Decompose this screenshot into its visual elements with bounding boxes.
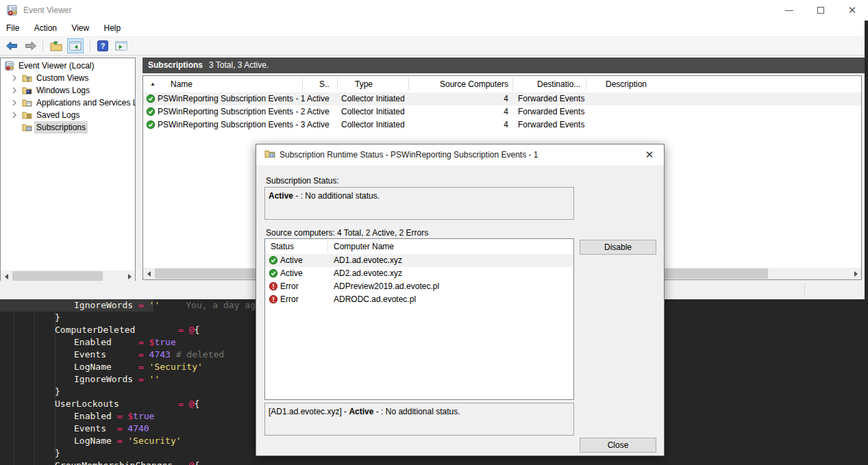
close-button[interactable]: Close <box>580 438 656 453</box>
tree-item-saved-logs[interactable]: Saved Logs <box>1 109 135 121</box>
code-line[interactable]: Enabled = $true <box>74 410 154 423</box>
back-button[interactable] <box>3 38 20 53</box>
subscription-row[interactable]: PSWinReporting Subscription Events - 2Ac… <box>143 105 861 118</box>
tree-root-label: Event Viewer (Local) <box>18 60 95 72</box>
cell-status: Error <box>280 280 299 293</box>
tree-item-applications-services-logs[interactable]: Applications and Services Lo <box>1 97 135 109</box>
dialog-icon <box>264 149 275 158</box>
maximize-button[interactable] <box>805 0 836 21</box>
menu-file[interactable]: File <box>0 21 25 36</box>
subscription-row[interactable]: PSWinReporting Subscription Events - 1Ac… <box>143 92 861 105</box>
subscription-row[interactable]: PSWinReporting Subscription Events - 3Ac… <box>143 118 861 131</box>
computer-row[interactable]: ActiveAD2.ad.evotec.xyz <box>265 267 573 280</box>
source-computers-table: Status Computer Name ActiveAD1.ad.evotec… <box>264 238 574 400</box>
tree-item-custom-views[interactable]: Custom Views <box>1 72 135 84</box>
menu-action[interactable]: Action <box>28 21 63 36</box>
computer-status-detail-text: [AD1.ad.evotec.xyz] - Active - : No addi… <box>269 407 460 416</box>
green-check-icon <box>146 107 156 116</box>
code-line[interactable]: LogName = 'Security' <box>74 435 182 447</box>
column-header-description[interactable]: Description <box>606 79 647 89</box>
column-header-status[interactable]: S.. <box>319 79 330 89</box>
green-check-icon <box>146 94 156 103</box>
help-icon: ? <box>97 40 108 51</box>
code-line[interactable]: Events = 4740 <box>74 423 149 435</box>
tree-item-subscriptions[interactable]: Subscriptions <box>1 121 135 134</box>
cell-status: Active <box>307 118 330 131</box>
code-line[interactable]: Events = 4743 # deleted <box>74 349 224 361</box>
apps-services-folder-icon <box>22 99 32 107</box>
tree-item-windows-logs[interactable]: Windows Logs <box>1 84 135 97</box>
column-separator[interactable] <box>302 77 303 90</box>
cell-status: Active <box>307 92 330 105</box>
dialog-close-button[interactable]: ✕ <box>639 147 660 163</box>
forward-button[interactable] <box>23 38 39 53</box>
subscriptions-panel-header: Subscriptions 3 Total, 3 Active. <box>142 58 865 73</box>
column-header-status[interactable]: Status <box>271 242 294 251</box>
event-viewer-icon <box>5 61 14 71</box>
open-saved-log-icon <box>50 41 62 51</box>
tree-item-label: Windows Logs <box>36 84 90 97</box>
show-console-tree-icon <box>69 41 82 51</box>
toolbar: ? <box>0 37 865 55</box>
forward-arrow-icon <box>25 41 37 51</box>
close-button[interactable]: ✕ <box>836 0 868 21</box>
column-header-source-computers[interactable]: Source Computers <box>408 79 508 89</box>
tree-item-label: Custom Views <box>36 72 88 84</box>
tree-item-label: Saved Logs <box>36 109 79 121</box>
show-console-tree-button[interactable] <box>67 38 84 53</box>
event-viewer-app-icon <box>7 5 18 16</box>
code-line[interactable]: } <box>55 386 60 398</box>
cell-status: Error <box>280 293 299 306</box>
tree-root-event-viewer[interactable]: Event Viewer (Local) <box>1 60 135 72</box>
cell-type: Collector Initiated <box>341 105 405 118</box>
green-check-icon <box>146 120 156 129</box>
cell-destination: Forwarded Events <box>518 118 584 131</box>
column-header-destination[interactable]: Destinatio... <box>537 79 580 89</box>
help-button[interactable]: ? <box>95 38 111 53</box>
menu-help[interactable]: Help <box>98 21 127 36</box>
scrollbar-thumb[interactable] <box>12 271 103 281</box>
chevron-right-icon <box>12 99 16 106</box>
windows-logs-folder-icon <box>22 86 32 95</box>
cell-source-computers: 4 <box>408 105 508 118</box>
minimize-button[interactable] <box>773 0 805 21</box>
tree-item-label-selected: Subscriptions <box>34 121 88 134</box>
cell-computer-name: AD2.ad.evotec.xyz <box>334 267 402 280</box>
menu-bar: File Action View Help <box>0 21 865 37</box>
open-saved-log-button[interactable] <box>48 38 64 53</box>
panel-title: Subscriptions <box>148 58 203 73</box>
git-blame-annotation: You, a day ago <box>186 300 261 310</box>
code-line[interactable]: } <box>55 447 60 460</box>
computer-row[interactable]: ErrorADRODC.ad.evotec.pl <box>265 293 573 306</box>
scroll-left-arrow[interactable] <box>143 268 154 279</box>
column-header-computer-name[interactable]: Computer Name <box>334 242 394 251</box>
code-line[interactable]: Enabled = $true <box>74 336 176 349</box>
column-header-type[interactable]: Type <box>355 79 373 89</box>
column-separator[interactable] <box>512 77 513 90</box>
column-separator[interactable] <box>337 77 338 90</box>
column-header-name[interactable]: Name <box>171 79 193 89</box>
cell-destination: Forwarded Events <box>518 105 584 118</box>
computer-row[interactable]: ActiveAD1.ad.evotec.xyz <box>265 254 573 267</box>
computer-status-detail-box: [AD1.ad.evotec.xyz] - Active - : No addi… <box>264 403 574 436</box>
scroll-right-arrow[interactable] <box>850 268 861 279</box>
cell-type: Collector Initiated <box>341 118 405 131</box>
code-line[interactable]: } <box>55 312 60 324</box>
code-line[interactable]: IgnoreWords = '' <box>74 373 160 386</box>
code-line[interactable]: LogName = 'Security' <box>74 361 203 373</box>
computers-header-row: Status Computer Name <box>265 239 573 254</box>
sort-ascending-icon[interactable]: ▲ <box>150 81 156 87</box>
disable-button[interactable]: Disable <box>580 240 656 255</box>
panel-summary: 3 Total, 3 Active. <box>209 58 269 73</box>
column-separator[interactable] <box>327 240 328 253</box>
computer-row[interactable]: ErrorADPreview2019.ad.evotec.pl <box>265 280 573 293</box>
show-action-pane-button[interactable] <box>113 38 129 53</box>
code-line[interactable]: GroupMembershipChanges = @{ <box>55 460 199 465</box>
column-separator[interactable] <box>586 77 586 90</box>
code-line[interactable]: ComputerDeleted = @{ <box>55 324 199 336</box>
chevron-right-icon <box>12 112 16 118</box>
menu-view[interactable]: View <box>65 21 95 36</box>
column-header-row: ▲ Name S.. Type Source Computers Destina… <box>143 76 861 92</box>
code-line[interactable]: IgnoreWords = ''You, a day ago <box>74 299 261 312</box>
code-line[interactable]: UserLockouts = @{ <box>55 398 199 410</box>
